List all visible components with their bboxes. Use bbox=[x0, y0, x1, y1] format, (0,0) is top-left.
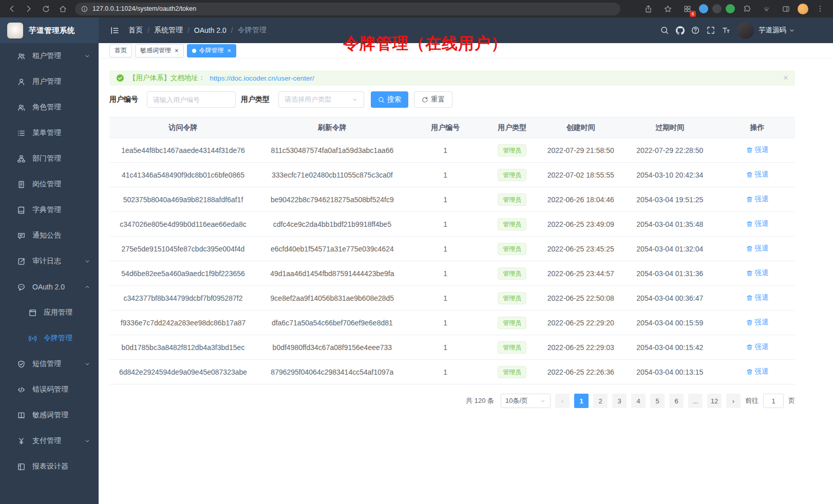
extension-grid-icon[interactable]: 6 bbox=[679, 1, 695, 16]
force-logout-button[interactable]: 强退 bbox=[746, 342, 769, 352]
browser-reload-icon[interactable] bbox=[38, 1, 53, 16]
force-logout-button[interactable]: 强退 bbox=[746, 244, 769, 253]
page-button-1[interactable]: 1 bbox=[574, 394, 589, 408]
force-logout-button[interactable]: 强退 bbox=[746, 145, 769, 154]
sidebar-item-oauth2-token[interactable]: 令牌管理 bbox=[0, 325, 99, 351]
sidebar-item-dict[interactable]: 字典管理 bbox=[0, 197, 99, 223]
share-icon[interactable] bbox=[640, 1, 656, 16]
page-button-6[interactable]: 6 bbox=[669, 394, 684, 408]
page-button-2[interactable]: 2 bbox=[593, 394, 608, 408]
extension-blue-icon[interactable] bbox=[699, 4, 708, 13]
force-logout-label: 强退 bbox=[755, 195, 769, 204]
page-button-5[interactable]: 5 bbox=[650, 394, 665, 408]
user-avatar[interactable] bbox=[737, 22, 754, 39]
breadcrumb-item-2[interactable]: OAuth 2.0 bbox=[194, 26, 226, 34]
sidebar-item-role[interactable]: 角色管理 bbox=[0, 94, 99, 120]
sidebar-item-notice[interactable]: 通知公告 bbox=[0, 223, 99, 248]
fullscreen-icon[interactable] bbox=[703, 23, 718, 38]
expire-time-cell: 2054-03-04 01:31:36 bbox=[620, 261, 720, 286]
sidebar-item-sensitive-word[interactable]: 敏感词管理 bbox=[0, 402, 99, 428]
goto-page-input[interactable] bbox=[763, 394, 784, 408]
page-size-select[interactable]: 10条/页 bbox=[501, 394, 551, 408]
sidebar-item-sms[interactable]: 短信管理 bbox=[0, 351, 99, 377]
browser-back-icon[interactable] bbox=[4, 1, 20, 16]
sidebar-item-report-designer[interactable]: 报表设计器 bbox=[0, 454, 99, 479]
browser-profile-avatar[interactable] bbox=[798, 4, 808, 14]
extension-dark-icon[interactable] bbox=[712, 4, 722, 13]
breadcrumb-item-0[interactable]: 首页 bbox=[128, 26, 143, 35]
table-row: 502375b8040a469a9b82188afdf6af1fbe90422b… bbox=[109, 187, 795, 212]
force-logout-label: 强退 bbox=[755, 145, 769, 154]
extension-paw-icon[interactable] bbox=[759, 1, 774, 16]
refresh-token-cell: be90422b8c7946218275a508bf524fc9 bbox=[257, 187, 408, 212]
force-logout-button[interactable]: 强退 bbox=[746, 170, 769, 179]
doc-link[interactable]: https://doc.iocoder.cn/user-center/ bbox=[210, 74, 314, 82]
force-logout-button[interactable]: 强退 bbox=[746, 195, 769, 204]
dict-icon bbox=[17, 206, 25, 214]
force-logout-button[interactable]: 强退 bbox=[746, 293, 769, 302]
font-size-icon[interactable] bbox=[718, 23, 734, 38]
url-bar[interactable]: 127.0.0.1:1024/system/oauth2/token bbox=[75, 3, 620, 15]
force-logout-button[interactable]: 强退 bbox=[746, 318, 769, 327]
role-icon bbox=[17, 104, 25, 111]
sidebar-toggle-button[interactable] bbox=[107, 23, 122, 38]
refresh-token-cell: cdfc4ce9c2da4bb1bdf21b9918ff4be5 bbox=[257, 212, 408, 237]
sidebar-item-dept[interactable]: 部门管理 bbox=[0, 146, 99, 171]
force-logout-button[interactable]: 强退 bbox=[746, 268, 769, 278]
tab-2[interactable]: 令牌管理× bbox=[187, 44, 237, 57]
user-id-input[interactable] bbox=[147, 91, 236, 108]
logo-image bbox=[7, 23, 23, 38]
user-type-tag: 管理员 bbox=[498, 267, 526, 280]
delete-icon bbox=[746, 221, 753, 227]
force-logout-button[interactable]: 强退 bbox=[746, 219, 769, 228]
reset-button[interactable]: 重置 bbox=[414, 91, 452, 108]
browser-menu-icon[interactable] bbox=[812, 1, 828, 16]
page-button-12[interactable]: 12 bbox=[707, 394, 722, 408]
sidebar-item-user[interactable]: 用户管理 bbox=[0, 69, 99, 94]
sidebar-item-label: 部门管理 bbox=[32, 154, 90, 163]
more-pages-button[interactable]: ... bbox=[688, 394, 703, 408]
tab-1[interactable]: 敏感词管理× bbox=[135, 44, 184, 57]
help-icon[interactable] bbox=[688, 23, 703, 38]
sidebar-item-oauth2-app[interactable]: 应用管理 bbox=[0, 300, 99, 325]
sidebar-item-menu[interactable]: 菜单管理 bbox=[0, 120, 99, 146]
next-page-button[interactable]: › bbox=[726, 394, 741, 408]
chevron-up-icon bbox=[84, 284, 90, 290]
tab-close-icon[interactable]: × bbox=[175, 47, 179, 54]
sidebar-item-pay[interactable]: 支付管理 bbox=[0, 428, 99, 454]
column-header: 用户编号 bbox=[408, 118, 483, 138]
tab-0[interactable]: 首页 bbox=[109, 44, 132, 57]
chevron-down-icon bbox=[84, 438, 90, 444]
delete-icon bbox=[746, 369, 753, 375]
prev-page-button[interactable]: ‹ bbox=[555, 394, 570, 408]
user-type-tag: 管理员 bbox=[498, 144, 526, 157]
sidebar-item-audit-log[interactable]: 审计日志 bbox=[0, 248, 99, 274]
sidebar-item-tenant[interactable]: 租户管理 bbox=[0, 43, 99, 69]
tab-close-icon[interactable]: × bbox=[228, 47, 232, 54]
extensions-puzzle-icon[interactable] bbox=[739, 1, 754, 16]
sidebar-item-error-code[interactable]: 错误码管理 bbox=[0, 377, 99, 402]
sidebar-item-post[interactable]: 岗位管理 bbox=[0, 171, 99, 197]
user-type-select[interactable]: 请选择用户类型 bbox=[278, 91, 364, 108]
app-header: 首页/系统管理/OAuth 2.0/令牌管理 芋道源码 bbox=[99, 17, 833, 43]
bookmark-star-icon[interactable] bbox=[660, 1, 675, 16]
page-button-4[interactable]: 4 bbox=[631, 394, 646, 408]
force-logout-button[interactable]: 强退 bbox=[746, 367, 769, 376]
user-id-cell: 1 bbox=[408, 311, 483, 335]
breadcrumb-item-1[interactable]: 系统管理 bbox=[154, 26, 183, 35]
user-name[interactable]: 芋道源码 bbox=[759, 26, 786, 35]
sidebar: 芋道管理系统 租户管理用户管理角色管理菜单管理部门管理岗位管理字典管理通知公告审… bbox=[0, 17, 99, 504]
sidebar-item-oauth2[interactable]: OAuth 2.0 bbox=[0, 274, 99, 300]
site-info-icon[interactable] bbox=[81, 6, 88, 12]
github-icon[interactable] bbox=[672, 23, 688, 38]
search-icon[interactable] bbox=[657, 23, 672, 38]
user-menu-caret-icon[interactable] bbox=[789, 27, 795, 33]
expire-time-cell: 2054-03-04 19:51:25 bbox=[620, 187, 720, 212]
extension-green-icon[interactable] bbox=[726, 4, 735, 13]
browser-forward-icon[interactable] bbox=[21, 1, 36, 16]
search-button[interactable]: 搜索 bbox=[371, 91, 408, 108]
page-button-3[interactable]: 3 bbox=[612, 394, 627, 408]
alert-close-icon[interactable]: × bbox=[783, 73, 788, 83]
side-panel-icon[interactable] bbox=[778, 1, 793, 16]
browser-home-icon[interactable] bbox=[55, 1, 70, 16]
